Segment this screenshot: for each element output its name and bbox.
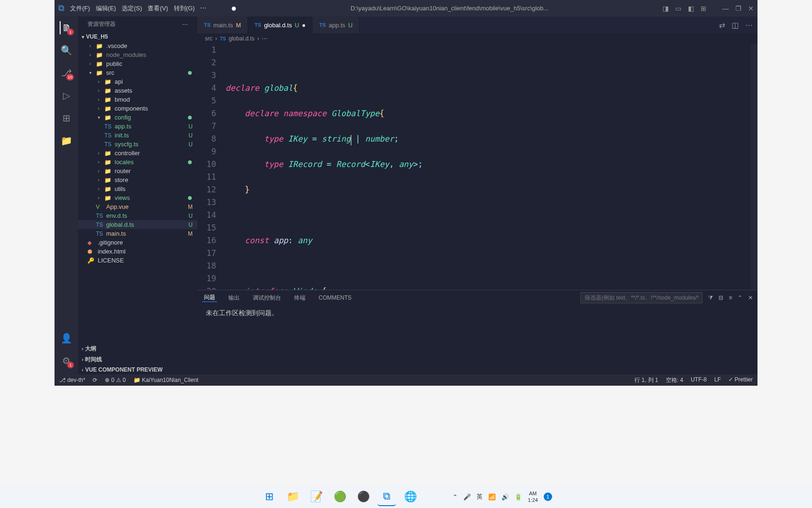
menu-file[interactable]: 文件(F) xyxy=(70,4,90,13)
tab-app-ts[interactable]: TSapp.tsU xyxy=(312,16,359,33)
status-ln-col[interactable]: 行 1, 列 1 xyxy=(634,376,658,384)
menu-edit[interactable]: 编辑(E) xyxy=(96,4,116,13)
tray-ime-icon[interactable]: 英 xyxy=(476,492,483,501)
section-outline[interactable]: ›大纲 xyxy=(78,343,197,354)
settings-gear-icon[interactable]: ⚙1 xyxy=(60,354,73,367)
notification-badge[interactable]: 1 xyxy=(544,492,552,501)
tray-volume-icon[interactable]: 🔊 xyxy=(501,493,509,500)
breadcrumbs[interactable]: src› TSglobal.d.ts› ⋯ xyxy=(197,33,757,44)
menu-go[interactable]: 转到(G) xyxy=(174,4,195,13)
folder-node-modules[interactable]: ›📁node_modules xyxy=(78,50,197,59)
status-encoding[interactable]: UTF-8 xyxy=(691,376,707,384)
folder-store[interactable]: ›📁store xyxy=(78,175,197,184)
windows-taskbar: ⊞ 📁 📝 🟢 ⚫ ⧉ 🌐 ⌃ 🎤 英 📶 🔊 🔋 AM1:24 1 xyxy=(0,485,812,508)
folder-components[interactable]: ›📁components xyxy=(78,104,197,113)
layout-toggle-bottom-icon[interactable]: ▭ xyxy=(675,5,681,12)
tray-clock[interactable]: AM1:24 xyxy=(528,490,538,503)
folder-assets[interactable]: ›📁assets xyxy=(78,86,197,95)
vscode-taskbar-icon[interactable]: ⧉ xyxy=(377,487,396,506)
menu-more[interactable]: ⋯ xyxy=(200,4,206,13)
project-root[interactable]: ▾VUE_H5 xyxy=(78,32,197,41)
folder-views[interactable]: ›📁views xyxy=(78,193,197,202)
git-branch[interactable]: ⎇ dev-th* xyxy=(59,377,85,383)
app-icon-3[interactable]: ⚫ xyxy=(354,487,373,506)
folder-icon[interactable]: 📁 xyxy=(60,134,73,147)
explorer-icon[interactable]: 🗎1 xyxy=(60,21,73,34)
problems-filter-input[interactable] xyxy=(580,292,703,303)
file-tree: ›📁.vscode ›📁node_modules ›📁public ▾📁src … xyxy=(78,41,197,343)
folder-controller[interactable]: ›📁controller xyxy=(78,149,197,158)
close-panel-icon[interactable]: ✕ xyxy=(748,294,753,301)
tray-mic-icon[interactable]: 🎤 xyxy=(463,493,471,500)
tab-global-d-ts[interactable]: TSglobal.d.tsU● xyxy=(248,16,313,33)
section-timeline[interactable]: ›时间线 xyxy=(78,354,197,365)
file-init-ts[interactable]: TSinit.tsU xyxy=(78,131,197,140)
status-errors[interactable]: ⊗ 0 ⚠ 0 xyxy=(105,377,125,383)
file-app-vue[interactable]: VApp.vueM xyxy=(78,202,197,211)
code-editor[interactable]: 1234567891011121314151617181920 declare … xyxy=(197,44,757,290)
collapse-all-icon[interactable]: ⊟ xyxy=(718,294,723,301)
tray-wifi-icon[interactable]: 📶 xyxy=(488,493,496,500)
layout-toggle-left-icon[interactable]: ◨ xyxy=(663,5,669,12)
search-icon[interactable]: 🔍 xyxy=(60,44,73,57)
file-app-ts[interactable]: TSapp.tsU xyxy=(78,122,197,131)
tray-battery-icon[interactable]: 🔋 xyxy=(515,493,522,500)
folder-vscode[interactable]: ›📁.vscode xyxy=(78,41,197,50)
account-icon[interactable]: 👤 xyxy=(60,332,73,345)
folder-locales[interactable]: ›📁locales xyxy=(78,158,197,167)
panel-tab-comments[interactable]: COMMENTS xyxy=(317,294,353,301)
folder-api[interactable]: ›📁api xyxy=(78,77,197,86)
maximize-panel-icon[interactable]: ⌃ xyxy=(738,294,742,301)
layout-toggle-right-icon[interactable]: ◧ xyxy=(688,5,694,12)
panel-tab-debug-console[interactable]: 调试控制台 xyxy=(251,294,283,302)
settings-badge: 1 xyxy=(67,362,74,368)
debug-icon[interactable]: ▷ xyxy=(60,89,73,102)
more-actions-icon[interactable]: ⋯ xyxy=(745,21,753,30)
app-icon-2[interactable]: 🟢 xyxy=(330,487,349,506)
file-env-d-ts[interactable]: TSenv.d.tsU xyxy=(78,211,197,220)
status-spaces[interactable]: 空格: 4 xyxy=(666,376,683,384)
close-button[interactable]: ✕ xyxy=(748,5,754,12)
menu-view[interactable]: 查看(V) xyxy=(148,4,168,13)
filter-icon[interactable]: ⧩ xyxy=(708,294,713,301)
panel-tab-terminal[interactable]: 终端 xyxy=(292,294,307,302)
file-license[interactable]: 🔑LICENSE xyxy=(78,256,197,265)
code-content[interactable]: declare global{ declare namespace Global… xyxy=(226,44,757,290)
tray-expand-icon[interactable]: ⌃ xyxy=(453,493,458,500)
sidebar-more-icon[interactable]: ⋯ xyxy=(182,21,188,28)
extensions-icon[interactable]: ⊞ xyxy=(60,111,73,125)
folder-config[interactable]: ▾📁config xyxy=(78,113,197,122)
panel-tab-output[interactable]: 输出 xyxy=(226,294,242,302)
tab-main-ts[interactable]: TSmain.tsM xyxy=(197,16,248,33)
layout-customize-icon[interactable]: ⊞ xyxy=(701,5,706,12)
app-icon-1[interactable]: 📝 xyxy=(307,487,326,506)
file-gitignore[interactable]: ◆.gitignore xyxy=(78,238,197,247)
chrome-icon[interactable]: 🌐 xyxy=(401,487,420,506)
sync-icon[interactable]: ⟳ xyxy=(93,377,97,383)
start-button[interactable]: ⊞ xyxy=(260,487,279,506)
file-global-d-ts[interactable]: TSglobal.d.tsU xyxy=(78,220,197,229)
scm-icon[interactable]: ⎇10 xyxy=(60,66,73,79)
status-prettier[interactable]: ✓ Prettier xyxy=(728,376,753,384)
status-project[interactable]: 📁 KaiYuan10Nian_Client xyxy=(133,377,198,383)
folder-src[interactable]: ▾📁src xyxy=(78,68,197,77)
menu-select[interactable]: 选定(S) xyxy=(122,4,142,13)
file-index-html[interactable]: ⬢index.html xyxy=(78,247,197,256)
status-eol[interactable]: LF xyxy=(714,376,721,384)
menu-bar: 文件(F) 编辑(E) 选定(S) 查看(V) 转到(G) ⋯ xyxy=(70,4,206,13)
folder-bmod[interactable]: ›📁bmod xyxy=(78,95,197,104)
split-editor-icon[interactable]: ◫ xyxy=(732,21,739,30)
panel-tab-problems[interactable]: 问题 xyxy=(202,294,217,302)
diff-icon[interactable]: ⇄ xyxy=(719,21,725,30)
file-syscfg-ts[interactable]: TSsyscfg.tsU xyxy=(78,140,197,149)
folder-utils[interactable]: ›📁utils xyxy=(78,184,197,193)
file-main-ts[interactable]: TSmain.tsM xyxy=(78,229,197,238)
folder-public[interactable]: ›📁public xyxy=(78,59,197,68)
folder-router[interactable]: ›📁router xyxy=(78,167,197,175)
minimize-button[interactable]: — xyxy=(722,5,729,12)
sidebar-explorer: 资源管理器 ⋯ ▾VUE_H5 ›📁.vscode ›📁node_modules… xyxy=(78,16,197,374)
section-vue-preview[interactable]: ›VUE COMPONENT PREVIEW xyxy=(78,365,197,374)
view-as-list-icon[interactable]: ≡ xyxy=(729,294,732,301)
maximize-button[interactable]: ❐ xyxy=(735,5,742,12)
file-explorer-icon[interactable]: 📁 xyxy=(283,487,302,506)
